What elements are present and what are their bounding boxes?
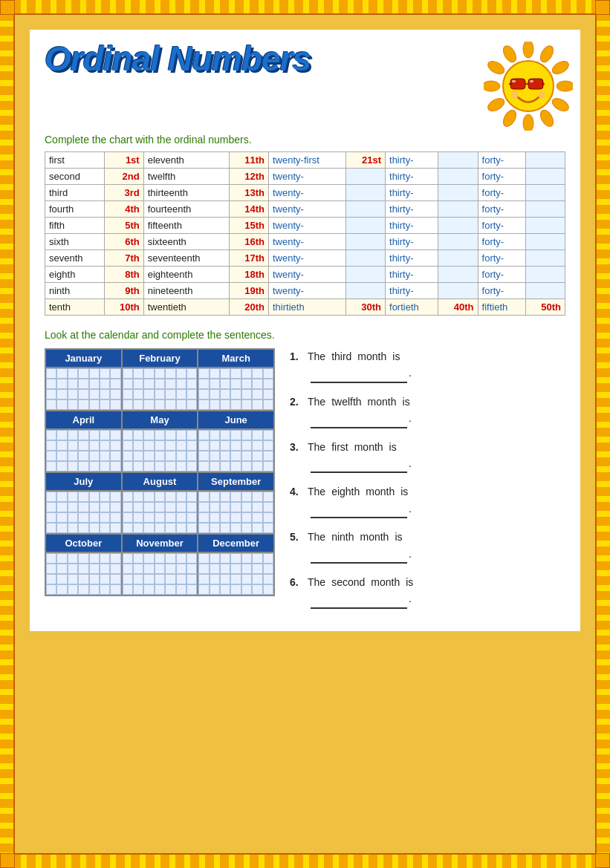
calendar-cell <box>220 368 230 379</box>
table-cell <box>345 283 385 299</box>
table-cell: thirty- <box>386 218 438 234</box>
sentence-word: is <box>389 439 397 455</box>
calendar-cell <box>210 584 220 595</box>
calendar-cell <box>263 564 273 574</box>
table-cell: twenty- <box>268 250 345 267</box>
sentence-word: month <box>357 348 386 365</box>
calendar-month: November <box>122 534 198 595</box>
calendar-cell <box>123 389 133 399</box>
table-cell: 1st <box>104 152 143 169</box>
calendar-cell <box>220 584 230 595</box>
calendar-cell <box>165 389 175 399</box>
table-cell <box>345 218 385 234</box>
sentences-section: 1.Thethirdmonthis .2.Thetwelfthmonthis .… <box>290 348 565 619</box>
calendar-cell <box>252 564 262 574</box>
calendar-cell <box>198 523 209 533</box>
svg-point-21 <box>538 91 545 99</box>
calendar-grid: JanuaryFebruaryMarchAprilMayJuneJulyAugu… <box>45 348 275 596</box>
calendar-cell <box>220 523 230 533</box>
table-cell: twenty- <box>268 201 345 218</box>
calendar-cell <box>176 584 186 595</box>
calendar-cell <box>155 523 165 533</box>
table-cell: thirtieth <box>268 299 345 316</box>
table-cell: forty- <box>478 250 525 267</box>
answer-blank[interactable] <box>311 500 407 518</box>
calendar-cell <box>155 451 165 461</box>
calendar-cell <box>241 440 252 451</box>
svg-point-10 <box>486 59 507 76</box>
calendar-cell <box>78 430 88 440</box>
calendar-cell <box>46 523 56 533</box>
svg-point-2 <box>550 59 571 76</box>
calendar-cell <box>198 440 209 451</box>
svg-point-9 <box>484 81 500 91</box>
calendar-cell <box>123 461 133 471</box>
calendar-row: OctoberNovemberDecember <box>45 534 274 595</box>
calendar-cell <box>155 461 165 471</box>
calendar-cell <box>252 553 262 564</box>
table-cell: 5th <box>104 218 143 234</box>
answer-blank[interactable] <box>311 546 407 564</box>
calendar-cell <box>110 574 120 584</box>
calendar-cell <box>263 430 273 440</box>
table-cell: twenty- <box>268 169 345 185</box>
table-cell <box>438 234 478 250</box>
calendar-cell <box>210 512 220 523</box>
table-cell: twenty- <box>268 234 345 250</box>
calendar-cell <box>263 492 273 502</box>
table-cell: tenth <box>45 299 105 316</box>
calendar-cell <box>143 379 154 389</box>
calendar-cell <box>78 564 88 574</box>
sentence-line: 4.Theeighthmonthis <box>290 483 565 500</box>
table-cell: fifth <box>45 218 105 234</box>
calendar-cell <box>155 368 165 379</box>
calendar-cell <box>252 389 262 399</box>
calendar-cell <box>123 368 133 379</box>
sentence-word: first <box>331 439 348 455</box>
calendar-cell <box>123 399 133 410</box>
calendar-cell <box>241 584 252 595</box>
table-cell: forty- <box>478 169 525 185</box>
sentence-line: 6.Thesecondmonthis <box>290 574 565 590</box>
table-cell <box>438 185 478 201</box>
table-cell <box>438 267 478 283</box>
calendar-cell <box>186 492 197 502</box>
calendar-cell <box>143 564 154 574</box>
calendar-cell <box>241 399 252 410</box>
table-cell: fifteenth <box>143 218 229 234</box>
calendar-cell <box>230 492 241 502</box>
calendar-cell <box>78 512 88 523</box>
sentence-word: The <box>308 574 325 590</box>
calendar-cell <box>123 440 133 451</box>
calendar-cell <box>210 430 220 440</box>
table-cell <box>525 152 565 169</box>
calendar-cell <box>68 574 78 584</box>
calendar-cell <box>198 379 209 389</box>
calendar-cell <box>252 399 262 410</box>
table-cell: twenty- <box>268 218 345 234</box>
calendar-cell <box>176 461 186 471</box>
calendar-cell <box>186 399 197 410</box>
answer-blank[interactable] <box>311 410 407 428</box>
table-cell: twentieth <box>143 299 229 316</box>
calendar-cell <box>68 440 78 451</box>
calendar-cell <box>56 553 67 564</box>
sentence-word: eighth <box>331 483 360 500</box>
calendar-cell <box>100 451 110 461</box>
calendar-cell <box>46 502 56 512</box>
page-title: Ordinal Numbers <box>45 42 311 76</box>
sentence-word: The <box>308 394 325 410</box>
answer-blank[interactable] <box>311 365 407 382</box>
table-cell <box>525 234 565 250</box>
table-cell: 8th <box>104 267 143 283</box>
sentence-word: month <box>360 529 389 545</box>
calendar-cell <box>263 368 273 379</box>
calendar-cell <box>165 584 175 595</box>
answer-blank[interactable] <box>311 590 407 608</box>
calendar-cell <box>165 440 175 451</box>
table-cell: sixteenth <box>143 234 229 250</box>
calendar-cell <box>220 502 230 512</box>
calendar-month-header: October <box>45 534 122 552</box>
answer-blank[interactable] <box>311 455 407 473</box>
calendar-cell <box>198 399 209 410</box>
